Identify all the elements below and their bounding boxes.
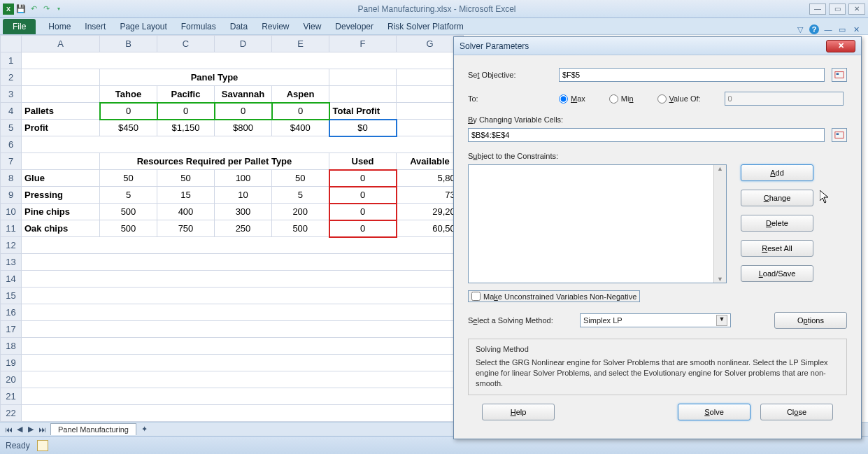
close-button[interactable]: ✕ <box>848 3 865 15</box>
sheet-nav-first-icon[interactable]: ⏮ <box>3 425 14 434</box>
cell[interactable]: Total Profit <box>329 103 397 120</box>
row-header[interactable]: 17 <box>1 321 22 338</box>
row-header[interactable]: 19 <box>1 355 22 371</box>
cell-pallets[interactable]: 0 <box>157 103 215 120</box>
changing-cells-input[interactable] <box>468 128 825 142</box>
tab-insert[interactable]: Insert <box>78 19 113 34</box>
range-picker-icon[interactable] <box>832 128 847 142</box>
panel-type-label[interactable]: Panel Type <box>100 69 329 86</box>
dialog-close-button[interactable]: ✕ <box>826 40 855 52</box>
cell[interactable]: 10 <box>215 187 272 204</box>
radio-min[interactable]: Min <box>609 94 634 104</box>
tab-developer[interactable]: Developer <box>328 19 380 34</box>
row-header[interactable]: 16 <box>1 304 22 321</box>
row-header[interactable]: 4 <box>1 103 22 120</box>
add-button[interactable]: Add <box>741 164 813 181</box>
radio-value-of[interactable]: Value Of: <box>657 94 701 104</box>
cell[interactable]: Aspen <box>272 86 329 103</box>
col-header-C[interactable]: C <box>157 36 215 52</box>
scrollbar[interactable]: ▲▼ <box>713 165 726 283</box>
restore-button[interactable]: ▭ <box>829 3 846 15</box>
cell[interactable]: Pressing <box>22 187 100 204</box>
tab-data[interactable]: Data <box>223 19 255 34</box>
tab-view[interactable]: View <box>297 19 329 34</box>
cell[interactable]: $450 <box>100 120 157 136</box>
cell[interactable]: 50 <box>272 170 329 187</box>
cell[interactable]: 200 <box>272 204 329 220</box>
minimize-button[interactable]: — <box>809 3 826 15</box>
cell[interactable]: 500 <box>272 220 329 237</box>
cell-pallets[interactable]: 0 <box>215 103 272 120</box>
help-icon[interactable]: ? <box>809 24 819 34</box>
row-header[interactable]: 9 <box>1 187 22 204</box>
cell[interactable]: Profit <box>22 120 100 136</box>
cell[interactable]: 15 <box>157 187 215 204</box>
cell-pallets[interactable]: 0 <box>100 103 157 120</box>
row-header[interactable]: 1 <box>1 52 22 69</box>
row-header[interactable]: 7 <box>1 153 22 170</box>
sheet-tab-active[interactable]: Panel Manufacturing <box>50 423 136 435</box>
radio-max[interactable]: Max <box>559 94 585 104</box>
cell[interactable]: 500 <box>100 204 157 220</box>
cell-total-profit[interactable]: $0 <box>329 120 397 136</box>
unconstrained-checkbox[interactable]: Make Unconstrained Variables Non-Negativ… <box>468 290 640 302</box>
col-header-A[interactable]: A <box>22 36 100 52</box>
cell[interactable]: 250 <box>215 220 272 237</box>
row-header[interactable]: 22 <box>1 405 22 422</box>
cell-used[interactable]: 0 <box>329 187 397 204</box>
tab-review[interactable]: Review <box>255 19 296 34</box>
scroll-up-icon[interactable]: ▲ <box>717 165 723 172</box>
row-header[interactable]: 11 <box>1 220 22 237</box>
row-header[interactable]: 8 <box>1 170 22 187</box>
cell[interactable]: Pacific <box>157 86 215 103</box>
grid[interactable]: A B C D E F G 1 2Panel Type 3 Tahoe Paci… <box>0 35 464 436</box>
cell-used[interactable]: 0 <box>329 220 397 237</box>
chevron-down-icon[interactable]: ▼ <box>716 315 727 326</box>
cell[interactable]: 750 <box>157 220 215 237</box>
macro-record-icon[interactable] <box>37 440 48 451</box>
tab-risk-solver[interactable]: Risk Solver Platform <box>380 19 471 34</box>
cell[interactable]: Glue <box>22 170 100 187</box>
cell[interactable]: Pine chips <box>22 204 100 220</box>
dialog-titlebar[interactable]: Solver Parameters ✕ <box>454 37 861 55</box>
range-picker-icon[interactable] <box>832 68 847 82</box>
row-header[interactable]: 6 <box>1 136 22 153</box>
cell[interactable]: $400 <box>272 120 329 136</box>
undo-icon[interactable]: ↶ <box>28 3 39 15</box>
row-header[interactable]: 14 <box>1 271 22 288</box>
value-of-input[interactable] <box>725 92 844 106</box>
sheet-nav-prev-icon[interactable]: ◀ <box>14 425 25 434</box>
row-header[interactable]: 13 <box>1 254 22 271</box>
method-select[interactable]: Simplex LP ▼ <box>580 313 731 327</box>
load-save-button[interactable]: Load/Save <box>741 265 813 282</box>
ribbon-minimize-icon[interactable]: ▽ <box>795 24 805 34</box>
cell[interactable]: 50 <box>157 170 215 187</box>
cell[interactable]: 50 <box>100 170 157 187</box>
cell[interactable]: $800 <box>215 120 272 136</box>
child-close-icon[interactable]: ✕ <box>851 24 861 34</box>
cell[interactable]: 5 <box>272 187 329 204</box>
radio-max-input[interactable] <box>559 94 568 104</box>
change-button[interactable]: Change <box>741 190 813 206</box>
col-header-B[interactable]: B <box>100 36 157 52</box>
row-header[interactable]: 18 <box>1 338 22 355</box>
close-dialog-button[interactable]: Close <box>760 404 833 420</box>
cell-used[interactable]: 0 <box>329 170 397 187</box>
row-header[interactable]: 5 <box>1 120 22 136</box>
sheet-nav-last-icon[interactable]: ⏭ <box>36 425 48 434</box>
child-minimize-icon[interactable]: — <box>823 24 833 34</box>
radio-min-input[interactable] <box>609 94 618 104</box>
redo-icon[interactable]: ↷ <box>41 3 52 15</box>
cell[interactable]: 5 <box>100 187 157 204</box>
cell[interactable]: Tahoe <box>100 86 157 103</box>
row-header[interactable]: 21 <box>1 388 22 405</box>
cell[interactable]: Oak chips <box>22 220 100 237</box>
cell-used[interactable]: 0 <box>329 204 397 220</box>
child-restore-icon[interactable]: ▭ <box>837 24 847 34</box>
new-sheet-icon[interactable]: ✦ <box>139 425 150 434</box>
options-button[interactable]: Options <box>774 312 847 329</box>
cell[interactable]: 300 <box>215 204 272 220</box>
delete-button[interactable]: Delete <box>741 215 813 232</box>
cell[interactable]: 400 <box>157 204 215 220</box>
row-header[interactable]: 10 <box>1 204 22 220</box>
